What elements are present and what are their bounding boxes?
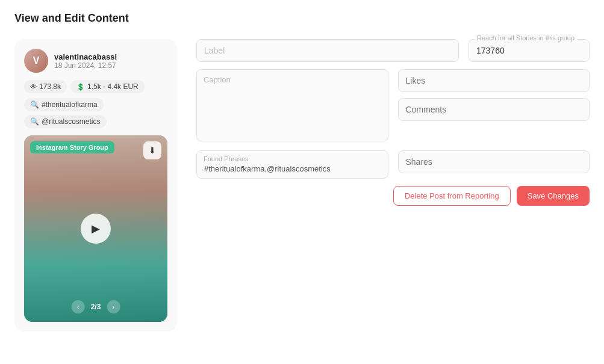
main-layout: V valentinacabassi 18 Jun 2024, 12:57 👁 … bbox=[14, 39, 590, 332]
earnings-badge: 💲 1.5k - 4.4k EUR bbox=[70, 80, 145, 93]
likes-field bbox=[398, 69, 590, 92]
search-icon-2: 🔍 bbox=[30, 117, 39, 126]
profile-info: valentinacabassi 18 Jun 2024, 12:57 bbox=[54, 52, 117, 70]
eye-icon: 👁 bbox=[30, 83, 37, 90]
story-nav: ‹ 2/3 › bbox=[72, 300, 120, 313]
story-badge: Instagram Story Group bbox=[30, 141, 114, 153]
edit-form: Reach for all Stories in this group Capt… bbox=[196, 39, 590, 206]
delete-button[interactable]: Delete Post from Reporting bbox=[393, 186, 511, 206]
post-date: 18 Jun 2024, 12:57 bbox=[54, 61, 117, 70]
nav-counter: 2/3 bbox=[91, 303, 101, 311]
shares-input[interactable] bbox=[398, 150, 590, 173]
money-icon: 💲 bbox=[76, 83, 85, 91]
action-row: Delete Post from Reporting Save Changes bbox=[196, 186, 590, 206]
next-arrow[interactable]: › bbox=[107, 300, 120, 313]
hashtag-badge-2: 🔍 @ritualscosmetics bbox=[24, 115, 107, 128]
found-phrases-input[interactable] bbox=[196, 150, 388, 179]
label-input[interactable] bbox=[196, 39, 459, 62]
save-button[interactable]: Save Changes bbox=[517, 186, 590, 206]
content-card: V valentinacabassi 18 Jun 2024, 12:57 👁 … bbox=[14, 39, 177, 332]
avatar: V bbox=[24, 49, 48, 73]
prev-arrow[interactable]: ‹ bbox=[72, 300, 85, 313]
caption-field: Caption bbox=[196, 69, 388, 143]
username: valentinacabassi bbox=[54, 52, 117, 61]
shares-field bbox=[398, 150, 590, 179]
stats-row: 👁 173.8k 💲 1.5k - 4.4k EUR bbox=[24, 80, 167, 93]
comments-input[interactable] bbox=[398, 98, 590, 121]
likes-input[interactable] bbox=[398, 69, 590, 92]
label-field bbox=[196, 39, 459, 62]
reach-legend: Reach for all Stories in this group bbox=[475, 34, 577, 42]
reach-input[interactable] bbox=[469, 39, 590, 62]
download-button[interactable]: ⬇ bbox=[143, 141, 161, 159]
play-button[interactable]: ▶ bbox=[81, 214, 111, 244]
search-icon-1: 🔍 bbox=[30, 100, 39, 109]
profile-row: V valentinacabassi 18 Jun 2024, 12:57 bbox=[24, 49, 167, 73]
comments-field bbox=[398, 98, 590, 121]
row-phrases-shares: Found Phrases bbox=[196, 150, 590, 179]
found-phrases-field: Found Phrases bbox=[196, 150, 388, 179]
story-card: Instagram Story Group ⬇ ▶ ‹ 2/3 › bbox=[24, 135, 167, 322]
caption-textarea[interactable] bbox=[196, 69, 388, 141]
hashtag-badge-1: 🔍 #theritualofkarma bbox=[24, 98, 104, 111]
row-label-reach: Reach for all Stories in this group bbox=[196, 39, 590, 62]
views-badge: 👁 173.8k bbox=[24, 80, 67, 93]
row-caption-metrics: Caption bbox=[196, 69, 590, 143]
hashtag-row: 🔍 #theritualofkarma 🔍 @ritualscosmetics bbox=[24, 98, 167, 128]
reach-field: Reach for all Stories in this group bbox=[469, 39, 590, 62]
page-title: View and Edit Content bbox=[14, 12, 590, 25]
